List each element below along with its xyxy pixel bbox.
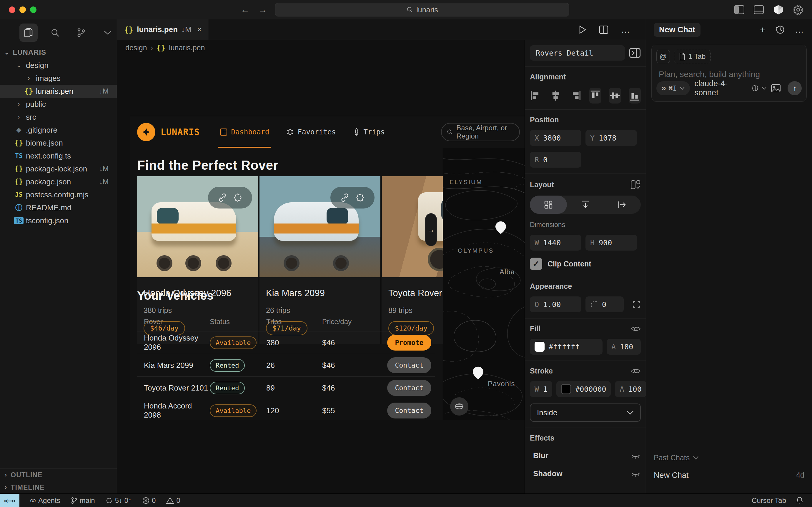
fill-color-input[interactable]: #ffffff	[530, 339, 602, 355]
minimize-window-button[interactable]	[19, 6, 26, 13]
tree-item-readme[interactable]: ⓘREADME.md	[0, 201, 117, 214]
settings-gear-icon[interactable]	[793, 5, 803, 15]
contact-button[interactable]: Contact	[387, 357, 431, 373]
design-frame[interactable]: LUNARIS Dashboard Favorites	[130, 116, 525, 420]
stroke-alpha-input[interactable]: A100	[615, 381, 646, 397]
shadow-hidden-eye-off-icon[interactable]	[631, 470, 641, 477]
tab-lunaris-pen[interactable]: {} lunaris.pen ↓M ×	[117, 19, 209, 40]
independent-corners-icon[interactable]	[632, 300, 641, 309]
past-chats-header[interactable]: Past Chats	[654, 453, 804, 462]
timeline-section-header[interactable]: ›TIMELINE	[0, 481, 117, 494]
model-selector[interactable]: claude-4-sonnet	[695, 79, 766, 97]
toggle-panel-icon[interactable]	[754, 5, 764, 14]
align-bottom-icon[interactable]	[629, 90, 641, 102]
width-input[interactable]: W1440	[530, 235, 581, 250]
cube-logo-icon[interactable]	[773, 4, 784, 15]
git-branch-item[interactable]: main	[71, 496, 95, 505]
close-window-button[interactable]	[9, 6, 15, 13]
notifications-bell-icon[interactable]	[796, 497, 803, 504]
outline-section-header[interactable]: ›OUTLINE	[0, 469, 117, 481]
link-icon[interactable]	[218, 193, 227, 202]
design-nav-dashboard[interactable]: Dashboard	[220, 116, 269, 148]
align-right-icon[interactable]	[569, 88, 581, 104]
stroke-color-input[interactable]: #000000	[556, 381, 611, 397]
tree-item-next-config[interactable]: TSnext.config.ts	[0, 150, 117, 162]
carousel-next-button[interactable]: →	[425, 213, 437, 246]
stroke-visibility-eye-icon[interactable]	[631, 368, 641, 375]
fill-visibility-eye-icon[interactable]	[631, 325, 641, 332]
tree-item-design[interactable]: ⌄design	[0, 59, 117, 72]
stroke-swatch[interactable]	[561, 384, 571, 394]
tree-item-package-json[interactable]: {}package.json↓M	[0, 175, 117, 188]
collapse-panel-icon[interactable]	[629, 47, 641, 59]
badge-star-icon[interactable]	[233, 193, 242, 202]
position-x-input[interactable]: X3800	[530, 130, 581, 146]
tree-item-biome-json[interactable]: {}biome.json	[0, 136, 117, 150]
contact-button[interactable]: Contact	[387, 403, 431, 418]
contact-button[interactable]: Contact	[387, 380, 431, 396]
stroke-width-input[interactable]: W1	[530, 381, 552, 397]
design-canvas[interactable]: design› {} lunaris.pen LUNARIS	[117, 40, 525, 494]
breadcrumb[interactable]: design› {} lunaris.pen	[125, 44, 205, 52]
agents-status-item[interactable]: ∞ Agents	[30, 496, 60, 505]
sync-status-item[interactable]: 5↓ 0↑	[106, 496, 132, 505]
tree-item-public[interactable]: ›public	[0, 98, 117, 111]
promote-button[interactable]: Promote	[387, 335, 431, 350]
tree-item-src[interactable]: ›src	[0, 111, 117, 123]
mention-button[interactable]: @	[656, 50, 670, 63]
align-center-horizontal-icon[interactable]	[550, 88, 562, 104]
blur-hidden-eye-off-icon[interactable]	[631, 452, 641, 460]
warnings-status-item[interactable]: 0	[166, 496, 180, 505]
layout-options-icon[interactable]	[630, 180, 641, 190]
align-top-icon[interactable]	[589, 90, 601, 102]
errors-status-item[interactable]: 0	[143, 496, 156, 505]
maximize-window-button[interactable]	[30, 6, 37, 13]
close-tab-icon[interactable]: ×	[198, 25, 202, 34]
link-icon[interactable]	[340, 193, 349, 202]
history-back-button[interactable]: ←	[241, 5, 250, 15]
table-row[interactable]: Honda Accord 2098 Available 120 $55 Cont…	[137, 399, 435, 420]
align-center-vertical-icon[interactable]	[609, 90, 621, 102]
remote-indicator[interactable]: ⤝⤞	[0, 494, 19, 507]
map-pin-icon[interactable]	[495, 221, 506, 234]
stroke-align-dropdown[interactable]: Inside	[530, 403, 641, 422]
mars-map-panel[interactable]: ELYSIUM OLYMPUS Alba Pavonis	[443, 148, 525, 420]
fill-alpha-input[interactable]: A100	[607, 339, 641, 355]
chat-more-icon[interactable]: …	[795, 25, 804, 35]
tree-item-gitignore[interactable]: ◆.gitignore	[0, 123, 117, 136]
tree-root[interactable]: ⌄LUNARIS	[0, 46, 117, 59]
split-editor-icon[interactable]	[599, 25, 608, 34]
layout-vertical-option[interactable]	[567, 195, 604, 214]
opacity-input[interactable]: O1.00	[530, 296, 581, 312]
views-chevron-button[interactable]	[99, 23, 117, 42]
more-actions-icon[interactable]: …	[621, 25, 631, 35]
cursor-tab-toggle[interactable]: Cursor Tab	[752, 496, 786, 505]
search-view-button[interactable]	[46, 23, 64, 42]
chat-title-tab[interactable]: New Chat	[654, 23, 701, 37]
design-nav-trips[interactable]: Trips	[353, 116, 385, 148]
send-button[interactable]: ↑	[788, 81, 802, 95]
tree-item-package-lock[interactable]: {}package-lock.json↓M	[0, 162, 117, 175]
fill-swatch[interactable]	[535, 342, 545, 352]
tree-item-postcss-config[interactable]: JSpostcss.config.mjs	[0, 188, 117, 201]
layer-name-input[interactable]: Rovers Detail	[530, 45, 625, 61]
layout-grid-option[interactable]	[530, 195, 567, 214]
context-tab-chip[interactable]: 1 Tab	[674, 50, 710, 63]
source-control-view-button[interactable]	[72, 23, 91, 42]
table-row[interactable]: Toyota Rover 2101 Rented 89 $46 Contact	[137, 377, 435, 399]
badge-star-icon[interactable]	[356, 193, 365, 202]
clip-content-checkbox[interactable]: ✓	[530, 258, 542, 270]
explorer-view-button[interactable]	[19, 23, 38, 42]
agent-mode-pill[interactable]: ∞ ⌘I	[656, 81, 690, 95]
past-chat-item[interactable]: New Chat 4d	[654, 471, 804, 480]
new-chat-plus-icon[interactable]: +	[760, 24, 765, 36]
tree-item-lunaris-pen[interactable]: {}lunaris.pen↓M	[0, 85, 117, 98]
tree-item-tsconfig[interactable]: TStsconfig.json	[0, 214, 117, 227]
rotation-input[interactable]: R0	[530, 152, 581, 168]
table-row[interactable]: Kia Mars 2099 Rented 26 $46 Contact	[137, 354, 435, 377]
position-y-input[interactable]: Y1078	[586, 130, 637, 146]
chat-history-icon[interactable]	[775, 25, 785, 35]
map-pin-icon[interactable]	[472, 366, 484, 380]
chat-input-box[interactable]: @ 1 Tab Plan, search, build anything ∞ ⌘…	[651, 45, 807, 102]
attach-image-icon[interactable]	[771, 84, 780, 92]
